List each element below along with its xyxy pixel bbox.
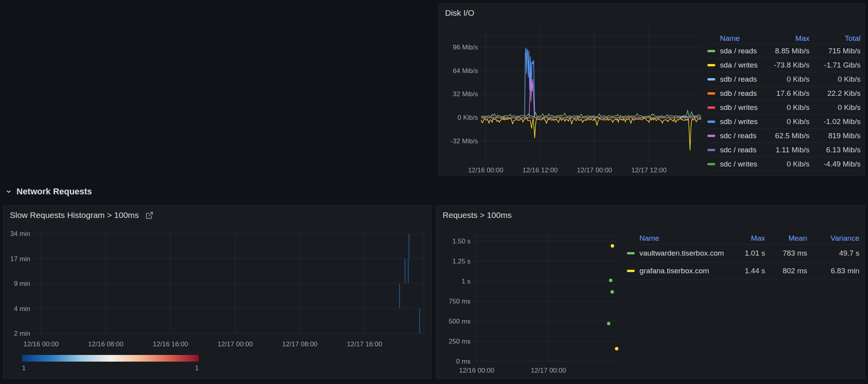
- legend-row[interactable]: sda / writes-73.8 Kib/s-1.71 Gib/s: [707, 58, 861, 72]
- series-color-swatch: [707, 163, 715, 165]
- legend-header-max[interactable]: Max: [726, 234, 765, 243]
- legend-value-total: 0 Kib/s: [809, 75, 861, 84]
- legend-series-cell[interactable]: sdc / writes: [707, 160, 760, 168]
- dashboard-canvas: Disk I/O 96 Mib/s64 Mib/s32 Mib/s0 Kib/s…: [0, 0, 868, 384]
- legend-row[interactable]: sdc / writes0 Kib/s-2.05 Mib/s: [707, 171, 861, 176]
- panel-title-text: Disk I/O: [445, 8, 474, 18]
- external-link-icon[interactable]: [145, 211, 154, 219]
- legend-series-cell[interactable]: grafana.tiserbox.com: [627, 267, 726, 275]
- legend-value-mean: 783 ms: [765, 249, 807, 258]
- series-color-swatch: [707, 78, 715, 80]
- legend-series-cell[interactable]: sdb / writes: [707, 117, 760, 126]
- x-tick-label: 12/17 00:00: [218, 340, 253, 348]
- x-tick-label: 12/16 16:00: [153, 340, 188, 348]
- scatter-point: [607, 322, 610, 325]
- color-scale-max-label: 1: [163, 364, 199, 372]
- scatter-point: [610, 290, 614, 294]
- legend-series-cell[interactable]: sdc / reads: [707, 132, 760, 140]
- legend-row[interactable]: sdb / reads0 Kib/s0 Kib/s: [707, 72, 861, 86]
- legend-series-cell[interactable]: vaultwarden.tiserbox.com: [627, 249, 726, 258]
- y-tick-label: 1.25 s: [452, 258, 471, 265]
- panel-title-slow-requests[interactable]: Slow Requests Histogram > 100ms: [10, 210, 154, 220]
- legend-series-cell[interactable]: sdc / reads: [707, 146, 760, 154]
- legend-value-max: 0 Kib/s: [760, 117, 809, 126]
- legend-series-name: sdb / reads: [720, 89, 757, 98]
- series-color-swatch: [627, 270, 635, 272]
- legend-series-cell[interactable]: sda / reads: [707, 47, 760, 55]
- y-tick-label: 9 min: [14, 280, 30, 287]
- x-tick-label: 12/16 00:00: [468, 166, 504, 174]
- series-color-swatch: [707, 50, 715, 52]
- heatmap-cell: [408, 259, 409, 283]
- legend-row[interactable]: sda / reads8.85 Mib/s715 Mib/s: [707, 44, 861, 58]
- scatter-point: [615, 347, 619, 351]
- disk-io-legend-table: NameMaxTotalsda / reads8.85 Mib/s715 Mib…: [707, 33, 861, 176]
- legend-header-variance[interactable]: Variance: [807, 234, 859, 243]
- dashboard-row-network-requests[interactable]: Network Requests: [3, 181, 92, 203]
- y-tick-label: 17 min: [10, 255, 30, 263]
- y-tick-label: -32 Mib/s: [450, 137, 478, 145]
- legend-row[interactable]: sdc / reads62.5 Mib/s819 Mib/s: [707, 129, 861, 143]
- scatter-point: [609, 279, 612, 282]
- legend-series-cell[interactable]: sdb / writes: [707, 103, 760, 112]
- y-tick-label: 0 Kib/s: [458, 114, 478, 121]
- y-tick-label: 1.50 s: [452, 238, 471, 245]
- legend-value-total: 22.2 Kib/s: [809, 89, 861, 98]
- slow-requests-heatmap[interactable]: 34 min17 min9 min4 min2 min12/16 00:0012…: [4, 206, 432, 379]
- legend-row[interactable]: grafana.tiserbox.com1.44 s802 ms6.83 min: [627, 262, 859, 280]
- legend-row[interactable]: sdb / writes0 Kib/s0 Kib/s: [707, 101, 861, 115]
- legend-row[interactable]: sdb / reads17.6 Kib/s22.2 Kib/s: [707, 86, 861, 101]
- y-tick-label: 4 min: [14, 305, 30, 313]
- series-color-swatch: [707, 149, 715, 151]
- panel-requests: Requests > 100ms 1.50 s1.25 s1 s750 ms50…: [436, 205, 865, 379]
- legend-value-variance: 49.7 s: [807, 249, 859, 258]
- legend-series-cell[interactable]: sdb / reads: [707, 89, 760, 98]
- legend-header-max[interactable]: Max: [760, 34, 809, 43]
- color-scale-min-label: 1: [22, 364, 26, 372]
- legend-row[interactable]: vaultwarden.tiserbox.com1.01 s783 ms49.7…: [627, 245, 859, 262]
- series-color-swatch: [707, 92, 715, 95]
- legend-row[interactable]: sdc / writes0 Kib/s-4.49 Mib/s: [707, 157, 861, 171]
- legend-series-name: sda / reads: [720, 47, 757, 55]
- x-tick-label: 12/16 00:00: [24, 340, 59, 348]
- legend-value-total: 715 Mib/s: [809, 47, 861, 55]
- panel-title-disk-io[interactable]: Disk I/O: [445, 8, 474, 18]
- legend-row[interactable]: sdb / writes0 Kib/s-1.02 Mib/s: [707, 115, 861, 129]
- scatter-point: [611, 244, 614, 248]
- legend-value-max: 0 Kib/s: [760, 174, 809, 176]
- legend-row[interactable]: sdc / reads1.11 Mib/s6.13 Mib/s: [707, 143, 861, 157]
- legend-header-name[interactable]: Name: [707, 34, 760, 43]
- panel-title-text: Slow Requests Histogram > 100ms: [10, 210, 139, 220]
- legend-value-max: 1.11 Mib/s: [760, 146, 809, 154]
- legend-header-name[interactable]: Name: [627, 234, 726, 243]
- legend-value-variance: 6.83 min: [807, 267, 859, 275]
- heatmap-cell: [405, 259, 406, 283]
- legend-value-max: 62.5 Mib/s: [760, 132, 809, 140]
- legend-value-max: 1.01 s: [726, 249, 765, 258]
- legend-value-max: 0 Kib/s: [760, 75, 809, 84]
- legend-series-name: sdb / reads: [720, 75, 757, 84]
- legend-value-total: -1.71 Gib/s: [809, 61, 861, 69]
- legend-series-cell[interactable]: sda / writes: [707, 61, 760, 69]
- series-line: [481, 110, 701, 117]
- heatmap-cell: [399, 284, 400, 308]
- x-tick-label: 12/16 12:00: [522, 166, 558, 174]
- y-tick-label: 2 min: [14, 330, 30, 337]
- legend-series-name: sdb / writes: [720, 103, 758, 112]
- legend-series-cell[interactable]: sdb / reads: [707, 75, 760, 84]
- legend-header-total[interactable]: Total: [809, 34, 861, 43]
- legend-value-max: 0 Kib/s: [760, 103, 809, 112]
- y-tick-label: 1 s: [461, 278, 471, 285]
- legend-value-max: -73.8 Kib/s: [760, 61, 809, 69]
- legend-value-max: 17.6 Kib/s: [760, 89, 809, 98]
- requests-legend-table: NameMaxMeanVariancevaultwarden.tiserbox.…: [627, 232, 859, 280]
- legend-value-mean: 802 ms: [765, 267, 807, 275]
- legend-series-cell[interactable]: sdc / writes: [707, 174, 760, 176]
- panel-title-text: Requests > 100ms: [443, 210, 512, 220]
- heatmap-cell: [408, 234, 410, 258]
- legend-header-mean[interactable]: Mean: [765, 234, 807, 243]
- x-tick-label: 12/17 00:00: [577, 166, 612, 174]
- panel-title-requests[interactable]: Requests > 100ms: [443, 210, 512, 220]
- legend-series-name: sdc / writes: [720, 174, 757, 176]
- legend-value-total: 819 Mib/s: [809, 132, 861, 140]
